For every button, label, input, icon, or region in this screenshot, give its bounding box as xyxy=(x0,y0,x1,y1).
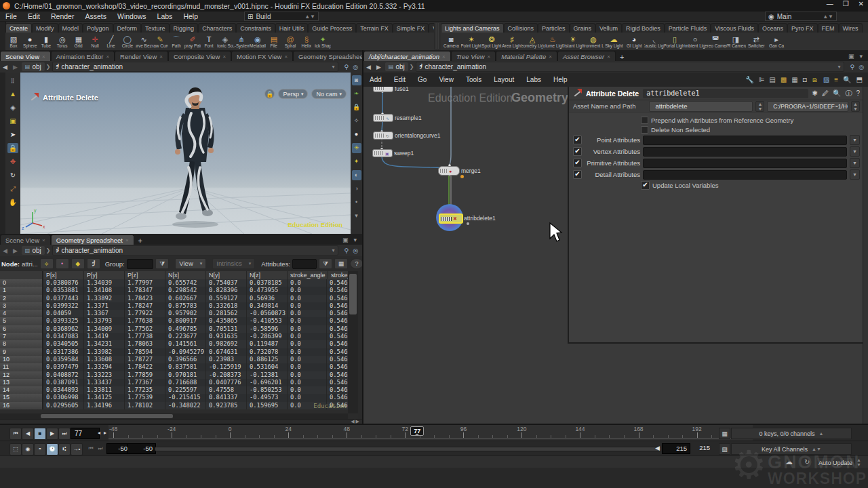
attribute-pattern-input[interactable] xyxy=(643,159,847,168)
viewport-persp-menu[interactable]: Persp▾ xyxy=(278,89,308,99)
rotate-tool-icon[interactable]: ↻ xyxy=(7,170,18,180)
pose-tool-icon[interactable]: ✋ xyxy=(7,197,18,207)
shelf-tool[interactable]: ✦Quick Shapes xyxy=(315,33,331,50)
shelf-tab[interactable]: Rigid Bodies xyxy=(622,23,665,33)
menu-item[interactable]: File xyxy=(0,12,22,20)
points-mode-icon[interactable]: ⟡ xyxy=(40,258,54,269)
shelf-tab[interactable]: Deform xyxy=(113,23,142,33)
menu-item[interactable]: Layout xyxy=(488,76,520,83)
close-tab-icon[interactable]: × xyxy=(222,54,226,60)
shelf-tool[interactable]: ◚Stereo Camera xyxy=(705,33,726,50)
shelf-tab[interactable]: Grains xyxy=(570,23,596,33)
scroll-thumb[interactable] xyxy=(349,274,357,314)
menu-item[interactable]: Help xyxy=(547,76,574,83)
shelf-tool[interactable]: ☀Distant Light xyxy=(563,33,583,50)
find-icon[interactable]: 🔍 xyxy=(843,76,851,83)
table-row[interactable]: 16 0.0295605 1.34196 1.78102 -0.348022 0… xyxy=(0,402,348,409)
path-root-chip[interactable]: ▤obj xyxy=(22,246,45,255)
display-options-dot-icon[interactable]: • xyxy=(352,197,361,207)
menu-item[interactable]: Windows xyxy=(112,12,152,20)
menu-item[interactable]: Edit xyxy=(22,12,45,20)
close-tab-icon[interactable]: × xyxy=(488,54,491,60)
shelf-tab[interactable]: Collisions xyxy=(504,23,538,33)
go-to-end-button[interactable]: ⏭ xyxy=(58,428,71,440)
chevron-down-icon[interactable]: ▾ xyxy=(838,64,841,70)
node-name-field[interactable]: attribdelete1 xyxy=(643,89,808,98)
asset-path-dropdown[interactable]: C:/PROGRA~1/SIDEEF~1/HOUDIN~1.332/houdin… xyxy=(767,101,848,112)
shelf-tool[interactable]: ⇄Switcher xyxy=(746,33,766,50)
light-icon[interactable]: ✧ xyxy=(352,116,361,126)
node-orientalongcurve[interactable]: ↻ xyxy=(373,131,393,140)
pane-tab[interactable]: Scene View× xyxy=(0,235,51,245)
shelf-tab[interactable]: Texture xyxy=(141,23,170,33)
timeline-ruler[interactable]: -48-2402448729612014416819277 xyxy=(108,425,753,442)
menu-item[interactable]: Render xyxy=(45,12,79,20)
parms-table-icon[interactable]: ▤ xyxy=(769,76,775,83)
shelf-tab[interactable]: Rigging xyxy=(170,23,199,33)
shelf-tool[interactable]: ✎Draw Curve xyxy=(152,33,168,50)
next-frame-icon[interactable]: ▸ xyxy=(102,428,108,439)
scale-tool-icon[interactable]: ⤢ xyxy=(7,184,18,194)
range-end-arrow-icon[interactable]: ⏭ xyxy=(95,443,106,454)
table-row[interactable]: 6 0.0368962 1.34009 1.77562 0.496785 0.7… xyxy=(0,325,348,333)
close-tab-icon[interactable]: × xyxy=(42,237,45,243)
more-options-icon[interactable]: ▾ xyxy=(352,211,361,221)
breadcrumb[interactable]: 🮲character_animation▾ xyxy=(52,245,338,256)
node-attribdelete-selected[interactable]: ✖ xyxy=(439,214,463,224)
secure-selection-lock-icon[interactable]: 🔒 xyxy=(7,143,18,153)
shelf-tool[interactable]: ◙Camera xyxy=(441,33,461,50)
path-root-chip[interactable]: ▤obj xyxy=(385,62,408,71)
attribute-checkbox[interactable]: ✔ xyxy=(573,136,582,144)
shelf-tool[interactable]: ♨Volume Light xyxy=(542,33,563,50)
desktop-selector[interactable]: ⊞ Build▲▼ xyxy=(244,12,319,21)
pane-maximize-icon[interactable]: ▣ xyxy=(342,237,349,243)
node-value[interactable]: attri... xyxy=(22,260,38,268)
shelf-tool[interactable]: ✛Null xyxy=(87,33,103,50)
menu-item[interactable]: Labs xyxy=(520,76,547,83)
menu-item[interactable]: Go xyxy=(412,76,433,83)
shelf-tab[interactable]: Simple FX xyxy=(393,23,429,33)
keyframe-icon-button[interactable]: ▦ xyxy=(719,428,730,439)
chevron-down-icon[interactable]: ▼ xyxy=(850,169,860,180)
current-frame-field[interactable]: 77 xyxy=(71,428,100,439)
pane-tab[interactable]: Render View× xyxy=(115,51,168,61)
shelf-tool[interactable]: ◯Circle xyxy=(119,33,136,50)
vertices-mode-icon[interactable]: • xyxy=(56,258,69,269)
view-tool-icon[interactable]: ▲ xyxy=(7,89,18,99)
update-local-variables-checkbox[interactable]: ✔ xyxy=(641,181,650,190)
group-input[interactable] xyxy=(127,259,154,269)
breadcrumb[interactable]: 🮲character_animation▾ xyxy=(52,62,338,72)
range-end-field[interactable]: 215 xyxy=(662,443,690,454)
shelf-separator[interactable] xyxy=(435,23,439,49)
shelf-tool[interactable]: ◟Caustic Light xyxy=(644,33,665,50)
shelf-tab[interactable]: Modify xyxy=(32,23,58,33)
table-row[interactable]: 0 0.0380876 1.34039 1.77997 0.655742 0.7… xyxy=(0,279,348,287)
table-row[interactable]: 2 0.0377443 1.33892 1.78423 0.602667 0.5… xyxy=(0,295,348,302)
table-row[interactable]: 7 0.0347083 1.3419 1.77738 0.223677 0.93… xyxy=(0,333,348,340)
shelf-tool[interactable]: ⌒Path xyxy=(168,33,184,50)
table-row[interactable]: 1 0.0353881 1.34108 1.78347 0.298542 0.8… xyxy=(0,287,348,294)
node-resample[interactable]: ∿ xyxy=(373,114,393,122)
table-row[interactable]: 10 0.0359584 1.33608 1.78727 0.396566 0.… xyxy=(0,356,348,363)
attributes-input[interactable] xyxy=(292,259,317,269)
table-row[interactable]: 8 0.0340505 1.34231 1.78063 0.141561 0.9… xyxy=(0,340,348,348)
table-row[interactable]: 11 0.0397479 1.33294 1.78422 0.837581 -0… xyxy=(0,363,348,371)
back-icon[interactable]: ◀ xyxy=(0,247,10,254)
primitives-mode-icon[interactable]: ◆ xyxy=(71,258,85,269)
stop-button[interactable]: ■ xyxy=(34,428,46,440)
column-header[interactable]: stroke_dir[0] xyxy=(328,271,348,279)
view-dropdown[interactable]: View▾ xyxy=(175,258,206,269)
column-header[interactable]: P[z] xyxy=(125,271,165,279)
viewport-camera-menu[interactable]: No cam▾ xyxy=(311,89,347,99)
close-tab-icon[interactable]: × xyxy=(125,237,129,243)
prepend-checkbox[interactable] xyxy=(641,117,648,124)
column-header[interactable]: P[y] xyxy=(84,271,125,279)
pane-tab[interactable]: Geometry Spreadsheet× xyxy=(293,51,362,61)
shelf-tool[interactable]: @Spiral xyxy=(282,33,298,50)
update-mode-spinner[interactable]: ▲▼ xyxy=(856,458,861,467)
shelf-tool[interactable]: ▤File xyxy=(266,33,282,50)
main-take-selector[interactable]: ◉ Main▲▼ xyxy=(765,12,837,21)
close-tab-icon[interactable]: × xyxy=(42,54,45,60)
shelf-tab[interactable]: Guide Process xyxy=(308,23,356,33)
shelf-tool[interactable]: ▦Grid xyxy=(71,33,87,50)
